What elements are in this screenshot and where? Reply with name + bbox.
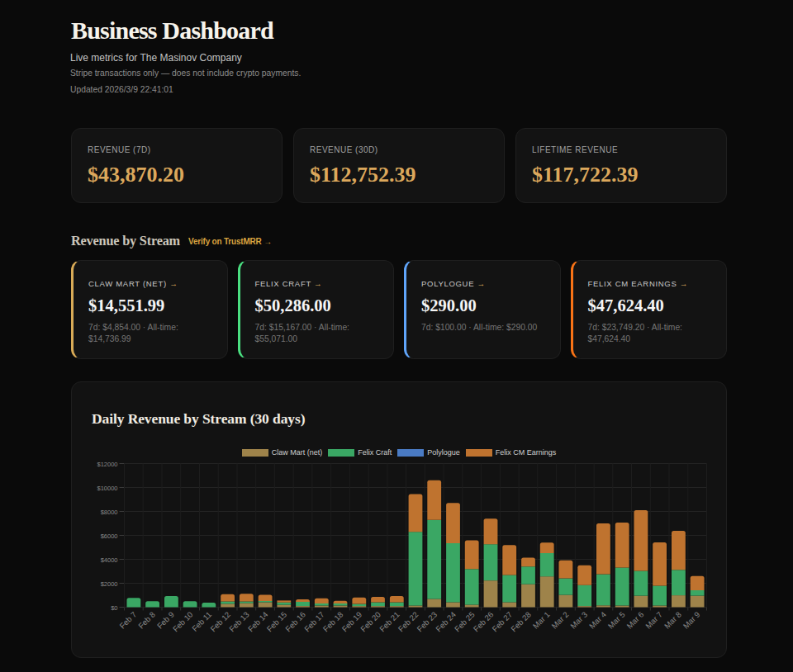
svg-text:Feb 22: Feb 22 <box>396 610 420 634</box>
svg-text:Mar 8: Mar 8 <box>662 610 683 631</box>
svg-text:Feb 17: Feb 17 <box>302 610 326 634</box>
svg-text:$0: $0 <box>111 604 117 612</box>
svg-text:Feb 20: Feb 20 <box>359 610 382 634</box>
svg-text:Feb 12: Feb 12 <box>208 610 232 634</box>
svg-text:Feb 28: Feb 28 <box>509 610 533 634</box>
svg-text:Feb 13: Feb 13 <box>227 610 251 634</box>
svg-text:Feb 16: Feb 16 <box>283 610 307 634</box>
svg-text:Mar 7: Mar 7 <box>643 610 664 631</box>
svg-text:Feb 26: Feb 26 <box>472 610 496 634</box>
svg-text:Mar 6: Mar 6 <box>624 610 645 631</box>
svg-text:$12000: $12000 <box>97 461 117 468</box>
svg-text:$2000: $2000 <box>101 580 118 588</box>
svg-text:Feb 18: Feb 18 <box>321 610 345 634</box>
svg-text:Mar 4: Mar 4 <box>587 610 608 631</box>
svg-text:Mar 9: Mar 9 <box>681 610 702 631</box>
svg-text:Feb 10: Feb 10 <box>171 610 195 634</box>
svg-text:Mar 1: Mar 1 <box>531 610 552 631</box>
svg-text:Feb 14: Feb 14 <box>246 610 270 634</box>
svg-text:Feb 25: Feb 25 <box>453 610 477 634</box>
svg-text:Feb 27: Feb 27 <box>490 610 514 634</box>
svg-text:Feb 15: Feb 15 <box>265 610 289 634</box>
svg-text:Feb 23: Feb 23 <box>415 610 439 634</box>
svg-text:Feb 19: Feb 19 <box>340 610 364 634</box>
svg-text:Mar 5: Mar 5 <box>606 610 627 631</box>
svg-text:Mar 3: Mar 3 <box>568 610 589 631</box>
svg-text:Feb 21: Feb 21 <box>378 610 401 634</box>
svg-text:$10000: $10000 <box>97 485 117 492</box>
svg-text:$4000: $4000 <box>101 556 118 564</box>
svg-text:$6000: $6000 <box>101 532 118 540</box>
svg-text:Mar 2: Mar 2 <box>549 610 570 631</box>
svg-text:Feb 8: Feb 8 <box>136 610 157 631</box>
svg-text:$8000: $8000 <box>101 509 118 516</box>
svg-text:Feb 24: Feb 24 <box>434 610 458 634</box>
svg-text:Feb 7: Feb 7 <box>117 610 138 631</box>
